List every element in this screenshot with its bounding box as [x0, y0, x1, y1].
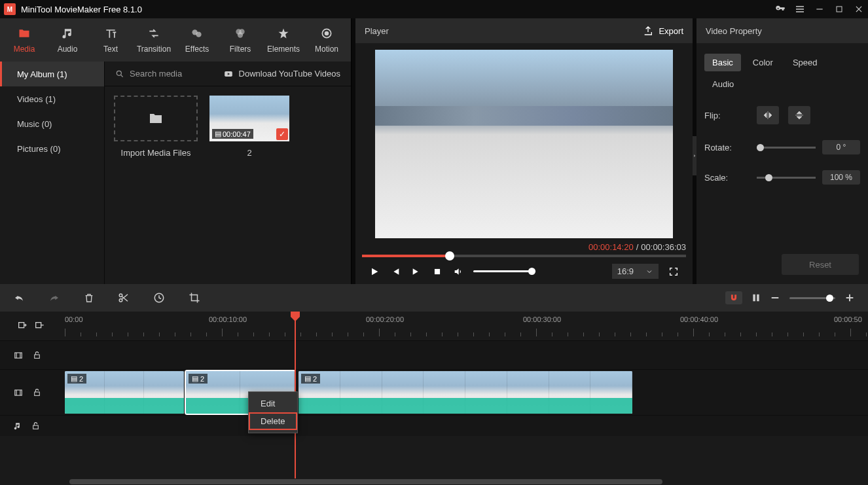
time-ruler[interactable]: 00:00 00:00:10:00 00:00:20:00 00:00:30:0… [62, 312, 868, 340]
video-preview[interactable] [375, 50, 673, 238]
flip-vertical-button[interactable] [788, 106, 810, 124]
zoom-in-button[interactable] [844, 293, 855, 303]
tab-effects[interactable]: Effects [177, 26, 217, 54]
scale-slider[interactable] [757, 177, 816, 179]
sidebar-item-videos[interactable]: Videos (1) [0, 86, 104, 111]
import-label: Import Media Files [121, 148, 191, 158]
reset-button[interactable]: Reset [782, 254, 859, 275]
search-media[interactable]: Search media [115, 69, 182, 79]
folder-icon [17, 26, 31, 41]
scale-label: Scale: [704, 173, 757, 183]
seek-bar[interactable] [362, 255, 686, 257]
svg-point-5 [238, 32, 243, 37]
film-icon [13, 351, 24, 360]
tab-audio[interactable]: Audio [47, 26, 88, 54]
elements-icon [276, 26, 291, 41]
sidebar-item-music[interactable]: Music (0) [0, 111, 104, 136]
aspect-ratio-select[interactable]: 16:9 [612, 264, 659, 279]
export-label: Export [659, 26, 683, 36]
redo-button[interactable] [48, 293, 60, 303]
delete-button[interactable] [84, 292, 94, 304]
volume-button[interactable] [452, 266, 464, 278]
chevron-down-icon [645, 268, 653, 276]
tab-media[interactable]: Media [4, 26, 45, 54]
svg-rect-10 [435, 268, 440, 274]
context-delete[interactable]: Delete [249, 412, 297, 430]
stop-button[interactable] [431, 266, 443, 278]
check-icon: ✓ [276, 128, 288, 140]
snap-toggle[interactable] [751, 293, 761, 303]
export-button[interactable]: Export [643, 26, 683, 36]
thumb-duration: 00:00:47 [223, 130, 251, 138]
speed-button[interactable] [153, 292, 165, 304]
zoom-out-button[interactable] [770, 293, 780, 303]
video-clip[interactable]: ▤2 [65, 371, 184, 414]
svg-rect-0 [837, 7, 842, 12]
video-clip[interactable]: ▤2 [298, 371, 632, 414]
minimize-button[interactable] [814, 4, 825, 14]
folder-icon [147, 111, 165, 126]
tab-motion[interactable]: Motion [306, 26, 347, 54]
sidebar-label: Pictures (0) [17, 144, 60, 154]
split-button[interactable] [118, 292, 130, 304]
prop-tab-speed[interactable]: Speed [785, 54, 825, 71]
film-icon: ▤ [71, 374, 77, 383]
sidebar-item-pictures[interactable]: Pictures (0) [0, 136, 104, 161]
import-media-button[interactable]: Import Media Files [114, 96, 198, 158]
magnet-toggle[interactable] [725, 291, 742, 304]
prop-tab-color[interactable]: Color [745, 54, 781, 71]
remove-marker-button[interactable] [34, 321, 45, 331]
library-panel: Media Audio Text Transition Effects Filt… [0, 18, 352, 284]
close-button[interactable] [854, 4, 864, 14]
upgrade-key-icon[interactable] [775, 4, 786, 14]
zoom-slider[interactable] [789, 297, 835, 299]
video-track-body[interactable]: ▤2 ▤2 ▤2 Edit Delete [62, 370, 868, 415]
prop-tab-audio[interactable]: Audio [704, 75, 742, 93]
media-sidebar: My Album (1) Videos (1) Music (0) Pictur… [0, 62, 105, 284]
collapse-property-button[interactable] [693, 136, 696, 175]
timeline-scrollbar[interactable] [0, 478, 868, 485]
music-icon [60, 26, 75, 41]
svg-rect-16 [19, 323, 24, 328]
flip-label: Flip: [704, 111, 757, 120]
thumb-name: 2 [247, 148, 251, 158]
sidebar-item-myalbum[interactable]: My Album (1) [0, 62, 104, 86]
lock-icon[interactable] [33, 387, 41, 397]
tab-text[interactable]: Text [90, 26, 131, 54]
menu-icon[interactable] [795, 4, 805, 14]
property-title: Video Property [706, 26, 762, 36]
svg-rect-18 [15, 352, 22, 357]
crop-button[interactable] [189, 292, 200, 304]
play-button[interactable] [369, 266, 380, 278]
next-frame-button[interactable] [410, 266, 422, 278]
tab-transition[interactable]: Transition [134, 26, 174, 54]
text-icon [103, 26, 118, 41]
scale-value[interactable]: 100 % [822, 170, 860, 185]
context-edit[interactable]: Edit [249, 395, 297, 412]
lock-icon[interactable] [31, 421, 40, 431]
rotate-value[interactable]: 0 ° [822, 140, 860, 154]
current-time: 00:00:14:20 [588, 242, 634, 252]
export-icon [643, 26, 653, 36]
volume-slider[interactable] [473, 270, 535, 272]
lock-icon[interactable] [33, 350, 41, 360]
add-marker-button[interactable] [17, 321, 27, 331]
svg-rect-15 [757, 295, 759, 302]
download-youtube-button[interactable]: Download YouTube Videos [223, 69, 340, 79]
rotate-slider[interactable] [757, 147, 816, 149]
filters-icon [233, 26, 247, 41]
svg-point-2 [196, 32, 201, 37]
property-panel: Video Property Basic Color Speed Audio F… [696, 18, 868, 284]
undo-button[interactable] [13, 293, 25, 303]
player-title: Player [365, 26, 389, 36]
maximize-button[interactable] [834, 4, 844, 14]
fullscreen-button[interactable] [668, 266, 679, 278]
tab-elements[interactable]: Elements [263, 26, 304, 54]
prop-tab-basic[interactable]: Basic [704, 54, 741, 71]
svg-rect-21 [35, 392, 40, 395]
prev-frame-button[interactable] [389, 266, 401, 278]
media-thumbnail[interactable]: ▤00:00:47 ✓ 2 [209, 96, 289, 158]
total-time: 00:00:36:03 [641, 242, 686, 252]
tab-filters[interactable]: Filters [220, 26, 261, 54]
flip-horizontal-button[interactable] [757, 106, 779, 124]
